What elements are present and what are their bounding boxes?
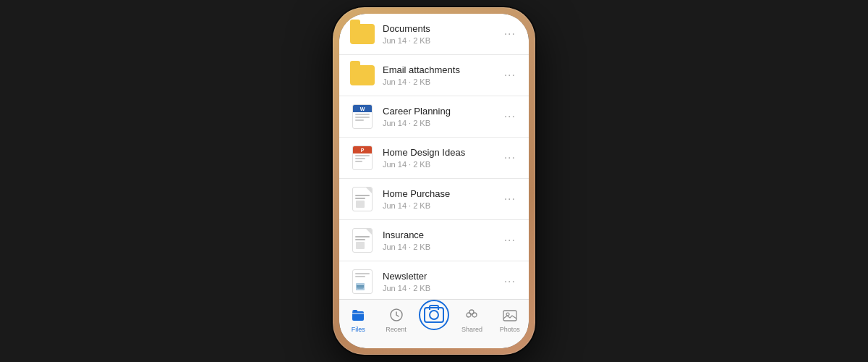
phone-frame: Documents Jun 14 · 2 KB ··· Email att [333, 7, 535, 355]
file-list: Documents Jun 14 · 2 KB ··· Email att [339, 14, 529, 299]
more-options-button[interactable]: ··· [501, 272, 519, 291]
tab-camera[interactable] [415, 306, 453, 330]
list-item[interactable]: Newsletter Jun 14 · 2 KB ··· [339, 261, 529, 299]
tab-photos[interactable]: Photos [491, 306, 529, 333]
list-item[interactable]: Documents Jun 14 · 2 KB ··· [339, 14, 529, 55]
file-meta: Jun 14 · 2 KB [383, 243, 501, 251]
folder-icon [349, 21, 375, 47]
app-background: Documents Jun 14 · 2 KB ··· Email att [333, 7, 535, 355]
svg-rect-5 [503, 311, 516, 321]
more-options-button[interactable]: ··· [501, 66, 519, 85]
list-item[interactable]: P Home Design Ideas [339, 138, 529, 179]
camera-icon [424, 307, 444, 323]
svg-rect-0 [352, 311, 364, 321]
more-options-button[interactable]: ··· [501, 107, 519, 126]
tab-shared-label: Shared [461, 326, 482, 333]
file-meta: Jun 14 · 2 KB [383, 77, 501, 86]
camera-button[interactable] [419, 300, 449, 330]
file-name: Documents [383, 23, 501, 35]
phone-inner: Documents Jun 14 · 2 KB ··· Email att [339, 14, 529, 348]
list-item[interactable]: Email attachments Jun 14 · 2 KB ··· [339, 55, 529, 96]
list-item[interactable]: Insurance Jun 14 · 2 KB ··· [339, 220, 529, 261]
svg-point-4 [469, 310, 474, 314]
file-name: Insurance [383, 230, 501, 242]
file-name: Email attachments [383, 64, 501, 77]
file-name: Career Planning [383, 106, 501, 118]
file-info: Career Planning Jun 14 · 2 KB [383, 106, 501, 127]
shared-icon [462, 306, 481, 324]
more-options-button[interactable]: ··· [501, 148, 519, 167]
tab-recent[interactable]: Recent [377, 306, 414, 333]
tab-files-label: Files [352, 326, 365, 333]
photos-icon [501, 306, 519, 324]
file-meta: Jun 14 · 2 KB [383, 284, 501, 292]
tab-photos-label: Photos [500, 326, 520, 333]
doc-img-icon [349, 227, 375, 253]
list-item[interactable]: W Career Planning Ju [339, 96, 529, 138]
more-options-button[interactable]: ··· [501, 25, 519, 43]
doc-img-icon [349, 186, 375, 212]
file-info: Email attachments Jun 14 · 2 KB [383, 64, 501, 86]
tab-bar: Files Recent [339, 299, 529, 348]
tab-recent-label: Recent [386, 326, 407, 333]
ppt-icon: P [349, 145, 375, 171]
more-options-button[interactable]: ··· [501, 231, 519, 250]
file-name: Newsletter [383, 271, 501, 283]
file-list-container: Documents Jun 14 · 2 KB ··· Email att [339, 14, 529, 299]
file-meta: Jun 14 · 2 KB [383, 119, 501, 127]
recent-icon [387, 306, 406, 324]
tab-shared[interactable]: Shared [453, 306, 490, 333]
file-meta: Jun 14 · 2 KB [383, 201, 501, 210]
file-info: Home Purchase Jun 14 · 2 KB [383, 188, 501, 210]
more-options-button[interactable]: ··· [501, 190, 519, 209]
file-info: Newsletter Jun 14 · 2 KB [383, 271, 501, 292]
file-meta: Jun 14 · 2 KB [383, 160, 501, 169]
file-meta: Jun 14 · 2 KB [383, 36, 501, 45]
file-info: Documents Jun 14 · 2 KB [383, 23, 501, 45]
word-doc-icon: W [349, 104, 375, 130]
files-icon [349, 306, 367, 324]
list-item[interactable]: Home Purchase Jun 14 · 2 KB ··· [339, 179, 529, 220]
img-doc-icon [349, 269, 375, 295]
tab-files[interactable]: Files [339, 306, 377, 333]
phone-screen: Documents Jun 14 · 2 KB ··· Email att [339, 14, 529, 348]
folder-icon [349, 62, 375, 88]
file-name: Home Purchase [383, 188, 501, 201]
file-info: Home Design Ideas Jun 14 · 2 KB [383, 147, 501, 169]
file-name: Home Design Ideas [383, 147, 501, 159]
file-info: Insurance Jun 14 · 2 KB [383, 230, 501, 251]
svg-point-6 [506, 313, 509, 316]
